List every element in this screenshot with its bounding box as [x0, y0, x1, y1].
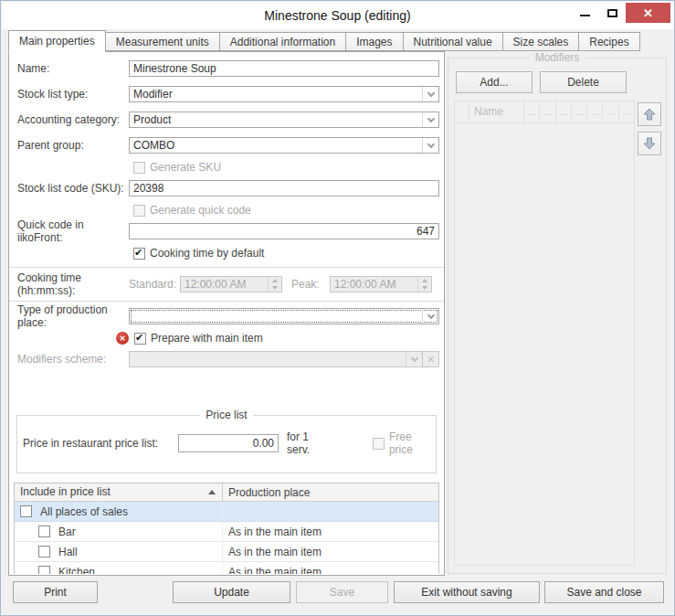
generate-sku-label: Generate SKU	[150, 161, 221, 174]
cooking-time-default-checkbox[interactable]	[133, 248, 145, 260]
price-row: Price in restaurant price list: 0.00 for…	[23, 434, 430, 452]
price-list-group: Price list Price in restaurant price lis…	[16, 415, 437, 473]
price-list-group-title: Price list	[199, 409, 253, 421]
table-row[interactable]: Hall As in the main item	[15, 542, 438, 562]
quick-code-input[interactable]: 647	[129, 223, 439, 239]
move-down-button[interactable]	[638, 132, 661, 155]
sku-row: Stock list code (SKU): 20398	[14, 180, 439, 196]
column-name: Name	[469, 101, 524, 122]
modifiers-scheme-row: Modifiers scheme: ✕	[14, 351, 439, 367]
column-production-place[interactable]: Production place	[223, 486, 438, 499]
accounting-category-label: Accounting category:	[14, 113, 129, 126]
maximize-button[interactable]	[598, 3, 626, 23]
table-row[interactable]: Bar As in the main item	[15, 522, 438, 542]
save-button: Save	[296, 581, 388, 603]
prepare-with-main-checkbox[interactable]	[134, 333, 146, 345]
production-place-type-label: Type of production place:	[14, 303, 129, 329]
title-bar: Minestrone Soup (editing) ✕	[2, 2, 673, 29]
parent-group-row: Parent group: COMBO	[14, 137, 439, 154]
column-blank	[455, 101, 469, 122]
cooking-time-peak-value: 12:00:00 AM	[331, 277, 417, 292]
column-dots: ...	[556, 101, 572, 122]
production-place-value: As in the main item	[223, 526, 438, 538]
update-button[interactable]: Update	[173, 581, 290, 603]
accounting-category-value: Product	[133, 113, 171, 126]
cooking-time-label: Cooking time (hh:mm:ss):	[14, 271, 129, 297]
close-button[interactable]: ✕	[626, 3, 670, 23]
production-place-type-select[interactable]	[129, 308, 439, 324]
column-include-in-price-list[interactable]: Include in price list	[15, 483, 223, 501]
parent-group-select[interactable]: COMBO	[129, 137, 439, 154]
production-place-type-row: Type of production place:	[14, 308, 439, 324]
maximize-icon	[607, 9, 617, 17]
accounting-category-select[interactable]: Product	[129, 112, 439, 128]
add-modifier-button[interactable]: Add...	[456, 71, 533, 93]
tab-main-properties[interactable]: Main properties	[8, 30, 106, 52]
tab-size-scales[interactable]: Size scales	[502, 32, 580, 51]
cooking-time-standard-value: 12:00:00 AM	[181, 277, 268, 292]
parent-group-label: Parent group:	[14, 139, 129, 152]
clear-icon: ✕	[427, 354, 435, 366]
minimize-button[interactable]	[571, 3, 598, 23]
tab-nutritional-value[interactable]: Nutritional value	[403, 32, 503, 51]
place-name: Bar	[58, 526, 76, 538]
chevron-down-icon[interactable]	[422, 138, 438, 153]
sku-label: Stock list code (SKU):	[14, 182, 129, 195]
price-list-places-table: Include in price list Production place A…	[14, 483, 439, 574]
quick-code-row: Quick code in iikoFront: 647	[14, 223, 439, 239]
cooking-time-default-row: Cooking time by default	[133, 247, 439, 260]
generate-sku-row: Generate SKU	[133, 161, 439, 174]
column-dots: ...	[603, 101, 618, 122]
tab-recipes[interactable]: Recipes	[578, 32, 639, 51]
delete-modifier-button[interactable]: Delete	[540, 71, 627, 93]
prepare-with-main-label: Prepare with main item	[151, 332, 263, 345]
print-button[interactable]: Print	[13, 581, 98, 603]
stock-list-type-row: Stock list type: Modifier	[14, 86, 439, 102]
price-label: Price in restaurant price list:	[23, 437, 178, 450]
chevron-down-icon[interactable]	[422, 87, 438, 101]
accounting-category-row: Accounting category: Product	[14, 112, 439, 128]
spinner-icon	[417, 277, 431, 292]
generate-quick-code-label: Generate quick code	[150, 204, 251, 217]
main-properties-form: Name: Minestrone Soup Stock list type: M…	[9, 53, 444, 574]
tab-additional-information[interactable]: Additional information	[219, 32, 346, 51]
generate-quick-code-checkbox	[133, 205, 145, 217]
price-input[interactable]: 0.00	[178, 434, 279, 452]
chevron-down-icon[interactable]	[422, 309, 438, 324]
move-up-button[interactable]	[638, 102, 661, 126]
column-dots: ...	[587, 101, 603, 122]
cooking-time-default-label: Cooking time by default	[150, 247, 264, 260]
minimize-icon	[580, 15, 590, 16]
table-row[interactable]: Kitchen As in the main item	[15, 562, 438, 574]
clear-scheme-button: ✕	[423, 351, 439, 367]
place-name: Kitchen	[58, 566, 95, 575]
row-checkbox[interactable]	[38, 526, 50, 537]
row-checkbox[interactable]	[38, 546, 50, 558]
row-checkbox[interactable]	[38, 566, 50, 574]
tab-measurement-units[interactable]: Measurement units	[105, 32, 220, 51]
row-checkbox[interactable]	[20, 505, 32, 517]
tab-images[interactable]: Images	[345, 32, 403, 51]
prepare-with-main-row: ✕ Prepare with main item	[116, 332, 439, 345]
name-input[interactable]: Minestrone Soup	[129, 60, 439, 77]
generate-sku-checkbox	[133, 162, 145, 174]
exit-without-saving-button[interactable]: Exit without saving	[394, 581, 540, 603]
free-price-label: Free price	[389, 430, 430, 456]
arrow-down-icon	[642, 136, 657, 151]
column-dots: ...	[524, 101, 540, 122]
cooking-time-peak-input: 12:00:00 AM	[330, 276, 432, 292]
stock-list-type-label: Stock list type:	[14, 88, 129, 101]
table-row[interactable]: All places of sales	[15, 502, 438, 522]
sku-input[interactable]: 20398	[129, 180, 439, 196]
error-icon: ✕	[116, 332, 129, 345]
spinner-icon	[268, 277, 281, 292]
parent-group-value: COMBO	[133, 139, 174, 152]
chevron-down-icon[interactable]	[422, 112, 438, 127]
modifiers-panel: Modifiers Add... Delete Name ... ... ...…	[448, 51, 669, 576]
footer-bar: Print Update Save Exit without saving Sa…	[1, 576, 674, 614]
cooking-time-standard-input: 12:00:00 AM	[180, 276, 282, 292]
save-and-close-button[interactable]: Save and close	[544, 581, 664, 603]
stock-list-type-select[interactable]: Modifier	[129, 86, 439, 102]
place-name: Hall	[58, 546, 78, 558]
modifiers-table-header: Name ... ... ... ... ... ... ...	[455, 101, 634, 123]
